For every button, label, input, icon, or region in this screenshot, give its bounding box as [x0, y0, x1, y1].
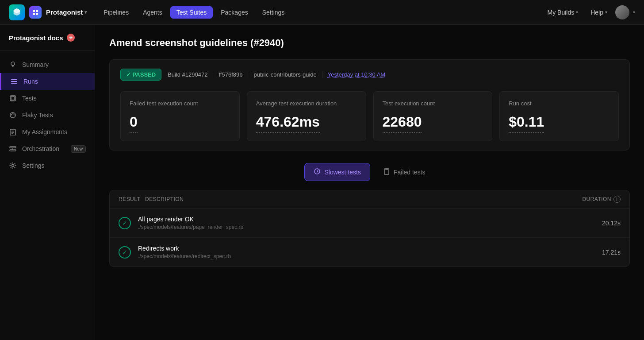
test-duration-1: 17.21s — [602, 249, 621, 256]
build-number: Build #1290472 — [168, 71, 213, 78]
test-path-1: ./spec/models/features/redirect_spec.rb — [138, 253, 602, 259]
app-layout: Protagonist docs ❤ Summary Runs — [0, 25, 644, 340]
build-header: ✓ PASSED Build #1290472 ff576f89b public… — [120, 69, 619, 81]
buildkite-logo — [9, 4, 25, 20]
nav-test-suites[interactable]: Test Suites — [170, 6, 213, 19]
stat-value-exec: 22680 — [383, 114, 422, 133]
lightbulb-icon — [9, 61, 17, 69]
svg-point-4 — [11, 62, 15, 66]
app-dropdown-chevron[interactable]: ▾ — [84, 10, 87, 15]
stat-label-exec: Test execution count — [383, 100, 483, 108]
svg-rect-6 — [11, 81, 17, 82]
stats-grid: Failed test execution count 0 Average te… — [120, 91, 619, 141]
tests-icon — [9, 94, 17, 102]
pass-icon-1: ✓ — [119, 246, 131, 259]
tab-failed-tests[interactable]: Failed tests — [374, 163, 435, 181]
stat-value-avg: 476.62ms — [256, 114, 320, 133]
test-name-1: Redirects work — [138, 245, 602, 252]
svg-rect-5 — [11, 79, 17, 80]
sidebar: Protagonist docs ❤ Summary Runs — [0, 25, 95, 340]
duration-info-icon[interactable]: i — [613, 196, 621, 203]
build-commit: ff576f89b — [213, 71, 248, 78]
build-card: ✓ PASSED Build #1290472 ff576f89b public… — [109, 59, 630, 151]
passed-badge: ✓ PASSED — [120, 69, 161, 81]
tab-slowest-tests[interactable]: Slowest tests — [304, 163, 370, 181]
project-name: Protagonist docs — [9, 34, 63, 42]
clock-icon — [314, 168, 321, 176]
orchestration-icon — [9, 145, 17, 153]
build-meta: Build #1290472 ff576f89b public-contribu… — [168, 71, 391, 78]
main-content: Amend screenshot guidelines (#2940) ✓ PA… — [95, 25, 644, 340]
sidebar-item-orchestration[interactable]: Orchestration New — [0, 140, 95, 157]
svg-point-18 — [12, 165, 14, 167]
test-path-0: ./spec/models/features/page_render_spec.… — [138, 224, 602, 230]
pass-icon-0: ✓ — [119, 217, 131, 229]
svg-rect-3 — [36, 13, 38, 15]
build-date[interactable]: Yesterday at 10:30 AM — [322, 71, 391, 78]
my-builds-button[interactable]: My Builds ▾ — [543, 6, 583, 19]
clipboard-icon — [383, 168, 390, 176]
sidebar-item-settings[interactable]: Settings — [0, 157, 95, 174]
stat-label-cost: Run cost — [509, 100, 610, 108]
stat-value-cost: $0.11 — [509, 114, 544, 133]
avatar-chevron[interactable]: ▾ — [633, 10, 635, 15]
header-description: Description — [145, 196, 582, 202]
settings-icon — [9, 162, 17, 170]
topnav-right: My Builds ▾ Help ▾ ▾ — [543, 5, 635, 19]
header-duration: Duration i — [582, 196, 621, 203]
app-icon — [29, 6, 42, 19]
project-header: Protagonist docs ❤ — [0, 34, 95, 51]
results-table: Result Description Duration i ✓ All page… — [109, 190, 630, 267]
nav-items: Pipelines Agents Test Suites Packages Se… — [97, 6, 539, 19]
test-info-0: All pages render OK ./spec/models/featur… — [138, 216, 602, 230]
svg-rect-16 — [10, 150, 16, 151]
page-title: Amend screenshot guidelines (#2940) — [109, 37, 630, 49]
svg-rect-7 — [11, 83, 17, 84]
test-duration-0: 20.12s — [602, 220, 621, 227]
user-avatar[interactable] — [615, 5, 629, 19]
nav-settings[interactable]: Settings — [256, 6, 291, 19]
stat-label-avg: Average test execution duration — [256, 100, 357, 108]
sidebar-item-my-assignments[interactable]: My Assignments — [0, 124, 95, 140]
app-name[interactable]: Protagonist ▾ — [46, 8, 87, 16]
stat-failed-count: Failed test execution count 0 — [120, 91, 240, 141]
tabs-row: Slowest tests Failed tests — [109, 163, 630, 181]
svg-rect-1 — [36, 10, 38, 12]
top-navigation: Protagonist ▾ Pipelines Agents Test Suit… — [0, 0, 644, 25]
nav-agents[interactable]: Agents — [137, 6, 169, 19]
sidebar-item-runs[interactable]: Runs — [0, 73, 95, 90]
sidebar-item-summary[interactable]: Summary — [0, 56, 95, 73]
help-button[interactable]: Help ▾ — [586, 6, 612, 19]
svg-rect-9 — [11, 97, 15, 100]
table-header: Result Description Duration i — [110, 190, 629, 209]
stat-run-cost: Run cost $0.11 — [499, 91, 619, 141]
nav-packages[interactable]: Packages — [215, 6, 254, 19]
stat-label-failed: Failed test execution count — [130, 100, 230, 108]
stat-execution-count: Test execution count 22680 — [373, 91, 493, 141]
sidebar-item-flaky-tests[interactable]: Flaky Tests — [0, 107, 95, 124]
svg-rect-2 — [33, 13, 35, 15]
svg-rect-15 — [10, 147, 16, 148]
stat-avg-duration: Average test execution duration 476.62ms — [247, 91, 366, 141]
logo-area: Protagonist ▾ — [9, 4, 87, 20]
nav-pipelines[interactable]: Pipelines — [97, 6, 135, 19]
svg-rect-0 — [33, 10, 35, 12]
heart-icon: ❤ — [67, 34, 75, 42]
help-chevron: ▾ — [605, 10, 607, 15]
sidebar-item-tests[interactable]: Tests — [0, 90, 95, 107]
new-badge: New — [71, 145, 86, 153]
table-row[interactable]: ✓ All pages render OK ./spec/models/feat… — [110, 209, 629, 238]
table-row[interactable]: ✓ Redirects work ./spec/models/features/… — [110, 238, 629, 267]
test-info-1: Redirects work ./spec/models/features/re… — [138, 245, 602, 259]
my-builds-chevron: ▾ — [576, 10, 578, 15]
svg-point-10 — [10, 112, 15, 118]
build-branch: public-contributors-guide — [248, 71, 322, 78]
test-name-0: All pages render OK — [138, 216, 602, 223]
stat-value-failed: 0 — [130, 114, 138, 133]
flaky-icon — [9, 111, 17, 119]
runs-icon — [10, 77, 18, 85]
header-result: Result — [119, 196, 145, 202]
assignments-icon — [9, 128, 17, 136]
